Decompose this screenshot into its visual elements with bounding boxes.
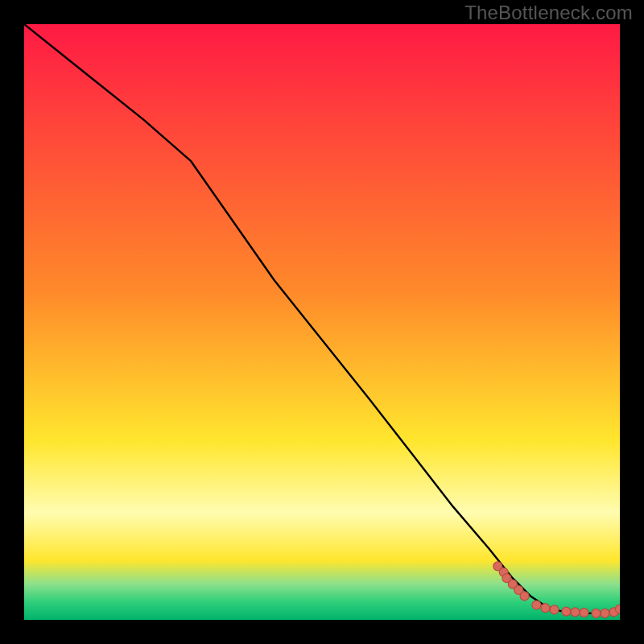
chart-canvas	[24, 24, 620, 620]
app-frame: TheBottleneck.com	[0, 0, 644, 644]
watermark-text: TheBottleneck.com	[464, 2, 633, 24]
chart-plot-area	[24, 24, 620, 620]
